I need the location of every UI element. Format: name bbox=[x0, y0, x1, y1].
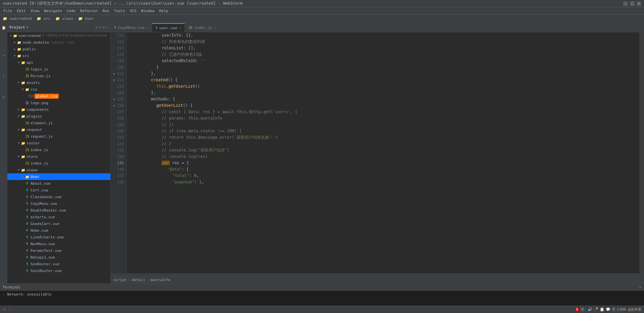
tree-label: plugins bbox=[26, 114, 42, 119]
menu-code[interactable]: Code bbox=[64, 8, 77, 14]
menu-window[interactable]: Window bbox=[139, 8, 157, 14]
tree-item-login-js[interactable]: ▶ JS login.js bbox=[7, 66, 110, 73]
tree-item-home-vue[interactable]: ▶ V Home.vue bbox=[7, 227, 110, 234]
menu-navigate[interactable]: Navigate bbox=[42, 8, 64, 14]
tree-label: LineEcharts.vue bbox=[31, 235, 64, 239]
project-tree: ▼ 📁 vuecreated D:\研究生文件夹\VueDemo\vuecrea… bbox=[7, 32, 110, 283]
tree-extra: library root bbox=[50, 41, 74, 44]
menu-file[interactable]: File bbox=[1, 8, 14, 14]
code-line-225: methods: { bbox=[129, 96, 637, 102]
tab-close-icon[interactable]: ✕ bbox=[214, 26, 216, 30]
tree-item-router-index-js[interactable]: ▶ JS index.js bbox=[7, 146, 110, 153]
tree-item-sonrouter-vue[interactable]: ▶ V SonRouter.vue bbox=[7, 261, 110, 267]
sidebar-favorites-icon[interactable]: ★ bbox=[0, 73, 7, 79]
terminal-content[interactable]: - Network: unavailable bbox=[0, 291, 644, 306]
maximize-button[interactable]: ☐ bbox=[630, 1, 635, 6]
tree-label: request bbox=[26, 128, 42, 132]
menu-refactor[interactable]: Refactor bbox=[78, 8, 100, 14]
menu-tools[interactable]: Tools bbox=[112, 8, 127, 14]
tree-item-src[interactable]: ▼ 📁 src bbox=[7, 52, 110, 59]
tree-item-element-js[interactable]: ▶ JS element.js bbox=[7, 120, 110, 126]
tab-close-icon[interactable]: ✕ bbox=[147, 26, 149, 30]
terminal-settings-icon[interactable]: ⚙ bbox=[639, 285, 641, 289]
panel-close-icon[interactable]: ✕ bbox=[106, 25, 108, 30]
tree-item-recopy1-vue[interactable]: ▶ V ReCopy1.vue bbox=[7, 254, 110, 261]
tree-item-copymenu-vue[interactable]: ▶ V CopyMenu.vue bbox=[7, 200, 110, 207]
close-button[interactable]: ✕ bbox=[637, 1, 641, 6]
tree-item-components[interactable]: ▶ 📁 components bbox=[7, 106, 110, 113]
bc-script[interactable]: script bbox=[113, 278, 127, 282]
tree-item-css-folder[interactable]: ▼ 📁 css bbox=[7, 86, 110, 93]
tree-item-logo-png[interactable]: ▶ 🖼 logo.png bbox=[7, 99, 110, 106]
tree-item-navmenu-vue[interactable]: ▶ V NavMenu.vue bbox=[7, 240, 110, 247]
menu-view[interactable]: View bbox=[29, 8, 42, 14]
sidebar-git-icon[interactable]: ⑆ bbox=[0, 93, 7, 100]
tree-item-router[interactable]: ▼ 📁 router bbox=[7, 140, 110, 146]
tree-item-user-folder[interactable]: ▼ 📁 User bbox=[7, 173, 110, 180]
tab-user-vue[interactable]: V user.vue ✕ bbox=[152, 23, 185, 32]
tree-item-global-css[interactable]: ▶ CSS global.css bbox=[7, 93, 110, 99]
breadcrumb-vuecreated[interactable]: 📁 vuecreated bbox=[3, 16, 32, 21]
tree-label: index.js bbox=[31, 148, 48, 152]
tree-item-api[interactable]: ▼ 📁 api bbox=[7, 59, 110, 66]
bc-data[interactable]: data() bbox=[132, 278, 145, 282]
menu-help[interactable]: Help bbox=[157, 8, 170, 14]
fold-icon-222[interactable]: ▼ bbox=[113, 79, 116, 82]
tree-item-goodscart-vue[interactable]: ▶ V GoodsCart.vue bbox=[7, 220, 110, 227]
breadcrumb-views[interactable]: 📁 views bbox=[55, 16, 73, 21]
panel-settings-icon[interactable]: ⚙ bbox=[103, 25, 105, 30]
status-add-icon[interactable]: ＋ bbox=[3, 307, 6, 312]
tree-item-plugins[interactable]: ▼ 📁 plugins bbox=[7, 113, 110, 120]
tree-item-doublerouter-vue[interactable]: ▶ V DoubleRouter.vue bbox=[7, 207, 110, 214]
tree-item-about-vue[interactable]: ▶ V About.vue bbox=[7, 180, 110, 187]
tree-arrow: ▼ bbox=[13, 54, 17, 58]
tree-label: element.js bbox=[31, 121, 53, 125]
bc-queryinfo[interactable]: queryInfo bbox=[150, 278, 170, 282]
status-close-icon[interactable]: ✕ bbox=[9, 307, 11, 312]
gutter-215: 215 bbox=[117, 32, 124, 39]
tree-arrow: ▼ bbox=[17, 60, 21, 64]
menu-vcs[interactable]: VCS bbox=[128, 8, 139, 14]
panel-locate-icon[interactable]: ⊙ bbox=[99, 25, 101, 30]
tab-close-icon[interactable]: ✕ bbox=[179, 26, 181, 30]
code-content[interactable]: userInfo: {}, // 所有角色的数据列表 rolesList: []… bbox=[127, 32, 639, 273]
panel-dropdown-icon[interactable]: ▼ bbox=[26, 25, 29, 30]
menu-edit[interactable]: Edit bbox=[15, 8, 28, 14]
tree-item-request-js[interactable]: ▶ JS request.js bbox=[7, 133, 110, 140]
tree-item-assets[interactable]: ▼ 📁 assets bbox=[7, 79, 110, 86]
tree-item-lineecharts-vue[interactable]: ▶ V LineEcharts.vue bbox=[7, 234, 110, 240]
menu-run[interactable]: Run bbox=[101, 8, 111, 14]
sidebar-project-icon[interactable]: 📋 bbox=[0, 24, 7, 31]
fold-icon-221[interactable]: ▼ bbox=[113, 72, 116, 76]
tree-item-classgoods-vue[interactable]: ▶ V ClassGoods.vue bbox=[7, 193, 110, 200]
fold-icon-226[interactable]: ▼ bbox=[113, 104, 116, 107]
project-panel-title: Project bbox=[9, 25, 25, 30]
tree-item-vuecreated[interactable]: ▼ 📁 vuecreated D:\研究生文件夹\VueDemo\vuecrea… bbox=[7, 32, 110, 39]
tree-item-cart-vue[interactable]: ▶ V Cart.vue bbox=[7, 187, 110, 193]
tree-label: api bbox=[26, 60, 33, 65]
horizontal-scrollbar[interactable] bbox=[111, 273, 644, 276]
tree-item-node-modules[interactable]: ▶ 📁 node_modules library root bbox=[7, 39, 110, 46]
tree-item-echarts-vue[interactable]: ▶ V echarts.vue bbox=[7, 214, 110, 220]
tab-copymenu-vue[interactable]: V CopyMenu.vue ✕ bbox=[111, 23, 152, 32]
tree-item-person-js[interactable]: ▶ JS Person.js bbox=[7, 73, 110, 79]
tree-item-public[interactable]: ▶ 📁 public bbox=[7, 46, 110, 52]
tree-label: ParamsTest.vue bbox=[31, 249, 62, 253]
tab-index-js[interactable]: JS index.js ✕ bbox=[185, 23, 220, 32]
tree-item-request[interactable]: ▼ 📁 request bbox=[7, 126, 110, 133]
panel-add-icon[interactable]: ⊕ bbox=[96, 25, 98, 30]
tree-item-paramstest-vue[interactable]: ▶ V ParamsTest.vue bbox=[7, 247, 110, 254]
folder-icon: 📁 bbox=[17, 47, 21, 51]
tree-item-store[interactable]: ▼ 📁 store bbox=[7, 153, 110, 160]
tree-item-views[interactable]: ▼ 📁 views bbox=[7, 167, 110, 173]
fold-icon-225[interactable]: ▼ bbox=[113, 98, 116, 101]
tree-label: User bbox=[31, 175, 40, 179]
sidebar-structure-icon[interactable]: ≡ bbox=[0, 52, 7, 58]
minimize-button[interactable]: — bbox=[623, 1, 628, 6]
tree-item-sonsrouter-vue[interactable]: ▶ V SonsRouter.vue bbox=[7, 267, 110, 274]
breadcrumb-src[interactable]: 📁 src bbox=[37, 16, 50, 21]
breadcrumb-user[interactable]: 📁 User bbox=[78, 16, 94, 21]
folder-icon: 📁 bbox=[17, 40, 21, 45]
tab-label: user.vue bbox=[159, 26, 177, 30]
tree-item-store-index-js[interactable]: ▶ JS index.js bbox=[7, 160, 110, 167]
